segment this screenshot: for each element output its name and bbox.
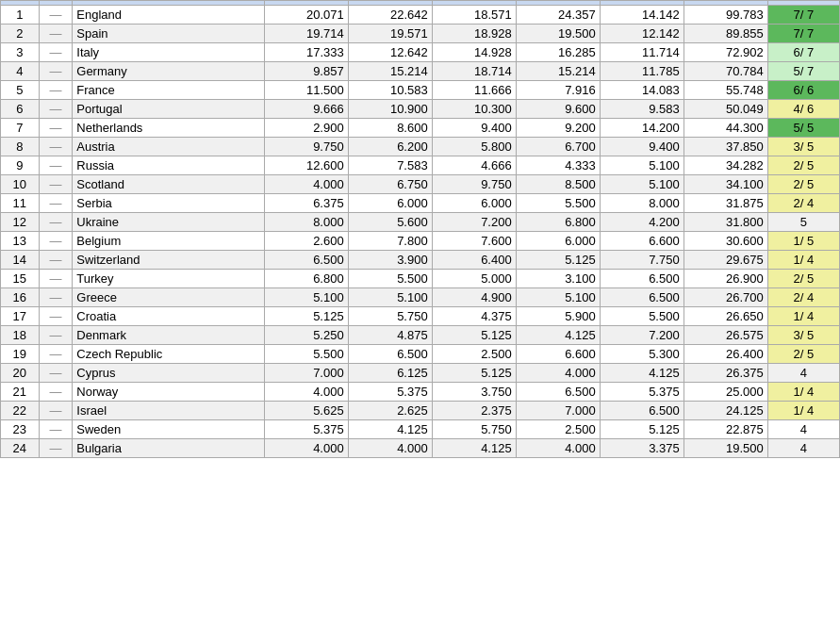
y1819-cell: 5.375 — [348, 383, 432, 402]
trend-cell: — — [39, 213, 73, 232]
rank-cell: 12 — [1, 213, 40, 232]
y2021-cell: 6.600 — [516, 345, 600, 364]
teams-cell: 3/ 5 — [767, 138, 839, 156]
country-cell: Italy — [73, 43, 264, 62]
country-cell: England — [73, 6, 264, 25]
rank-cell: 7 — [1, 119, 40, 138]
y1920-cell: 9.400 — [432, 119, 516, 138]
y1718-cell: 20.071 — [264, 6, 348, 25]
trend-cell: — — [39, 100, 73, 119]
y2021-cell: 9.600 — [516, 100, 600, 119]
trend-cell: — — [39, 43, 73, 62]
teams-cell: 1/ 4 — [767, 402, 839, 420]
y2021-cell: 3.100 — [516, 270, 600, 288]
teams-cell: 1/ 4 — [767, 251, 839, 270]
y2021-cell: 16.285 — [516, 43, 600, 62]
country-cell: Bulgaria — [73, 439, 264, 458]
y2021-cell: 5.500 — [516, 194, 600, 213]
y1718-cell: 12.600 — [264, 156, 348, 175]
y1819-cell: 22.642 — [348, 6, 432, 25]
y1718-cell: 2.900 — [264, 119, 348, 138]
y1718-cell: 5.625 — [264, 402, 348, 420]
country-cell: Germany — [73, 62, 264, 81]
y1819-cell: 3.900 — [348, 251, 432, 270]
trend-cell: — — [39, 251, 73, 270]
trend-cell: — — [39, 138, 73, 156]
y1920-cell: 5.125 — [432, 364, 516, 383]
y2021-cell: 5.125 — [516, 251, 600, 270]
teams-cell: 1/ 4 — [767, 307, 839, 326]
y1718-cell: 6.375 — [264, 194, 348, 213]
y2021-cell: 2.500 — [516, 420, 600, 439]
trend-cell: — — [39, 288, 73, 307]
y2122-cell: 8.000 — [600, 194, 684, 213]
y1718-cell: 4.000 — [264, 439, 348, 458]
y2021-cell: 6.500 — [516, 383, 600, 402]
y2122-cell: 11.785 — [600, 62, 684, 81]
ranking-cell: 37.850 — [684, 138, 767, 156]
country-cell: Scotland — [73, 175, 264, 194]
ranking-cell: 30.600 — [684, 232, 767, 251]
teams-cell: 2/ 5 — [767, 175, 839, 194]
teams-cell: 3/ 5 — [767, 326, 839, 345]
y2021-cell: 6.000 — [516, 232, 600, 251]
country-cell: Netherlands — [73, 119, 264, 138]
rank-cell: 9 — [1, 156, 40, 175]
y1819-cell: 7.583 — [348, 156, 432, 175]
teams-cell: 5/ 7 — [767, 62, 839, 81]
ranking-cell: 99.783 — [684, 6, 767, 25]
ranking-cell: 72.902 — [684, 43, 767, 62]
y1819-cell: 8.600 — [348, 119, 432, 138]
y1920-cell: 7.600 — [432, 232, 516, 251]
teams-cell: 5 — [767, 213, 839, 232]
rank-cell: 23 — [1, 420, 40, 439]
y1819-cell: 6.125 — [348, 364, 432, 383]
rank-cell: 15 — [1, 270, 40, 288]
y1920-cell: 18.571 — [432, 6, 516, 25]
teams-cell: 7/ 7 — [767, 25, 839, 43]
y2122-cell: 11.714 — [600, 43, 684, 62]
y2021-cell: 15.214 — [516, 62, 600, 81]
ranking-cell: 34.100 — [684, 175, 767, 194]
trend-cell: — — [39, 81, 73, 100]
teams-cell: 4/ 6 — [767, 100, 839, 119]
y2021-cell: 24.357 — [516, 6, 600, 25]
trend-cell: — — [39, 194, 73, 213]
ranking-cell: 31.800 — [684, 213, 767, 232]
rank-cell: 18 — [1, 326, 40, 345]
y1819-cell: 5.600 — [348, 213, 432, 232]
ranking-cell: 26.400 — [684, 345, 767, 364]
y2122-cell: 5.375 — [600, 383, 684, 402]
country-cell: Croatia — [73, 307, 264, 326]
y1920-cell: 5.125 — [432, 326, 516, 345]
y2122-cell: 6.500 — [600, 288, 684, 307]
trend-cell: — — [39, 6, 73, 25]
y1718-cell: 4.000 — [264, 175, 348, 194]
y2122-cell: 4.125 — [600, 364, 684, 383]
country-cell: Denmark — [73, 326, 264, 345]
rankings-table: 1 — England 20.071 22.642 18.571 24.357 … — [0, 0, 840, 458]
ranking-cell: 44.300 — [684, 119, 767, 138]
ranking-cell: 19.500 — [684, 439, 767, 458]
y1819-cell: 6.000 — [348, 194, 432, 213]
y1718-cell: 5.100 — [264, 288, 348, 307]
y2021-cell: 6.800 — [516, 213, 600, 232]
rank-cell: 13 — [1, 232, 40, 251]
y1920-cell: 7.200 — [432, 213, 516, 232]
y1920-cell: 2.375 — [432, 402, 516, 420]
y2122-cell: 5.500 — [600, 307, 684, 326]
trend-cell: — — [39, 232, 73, 251]
trend-cell: — — [39, 119, 73, 138]
ranking-cell: 25.000 — [684, 383, 767, 402]
y1819-cell: 4.000 — [348, 439, 432, 458]
teams-cell: 2/ 4 — [767, 194, 839, 213]
y1920-cell: 10.300 — [432, 100, 516, 119]
ranking-cell: 26.900 — [684, 270, 767, 288]
y1718-cell: 7.000 — [264, 364, 348, 383]
ranking-cell: 26.650 — [684, 307, 767, 326]
teams-cell: 2/ 5 — [767, 270, 839, 288]
y1920-cell: 5.000 — [432, 270, 516, 288]
y1718-cell: 5.125 — [264, 307, 348, 326]
y2122-cell: 7.200 — [600, 326, 684, 345]
y2122-cell: 14.083 — [600, 81, 684, 100]
